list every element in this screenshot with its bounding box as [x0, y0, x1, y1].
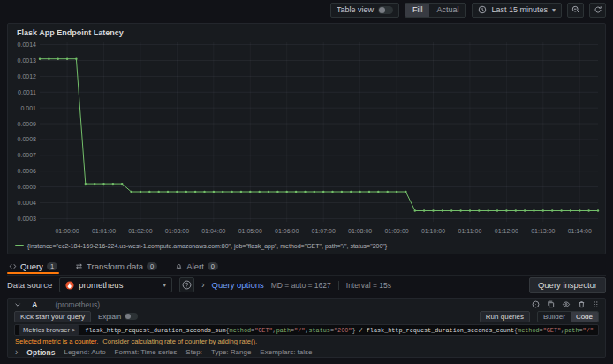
fill-button[interactable]: Fill	[405, 4, 430, 17]
query-editor-card: A (prometheus) Kick start your query Exp…	[7, 298, 606, 358]
tab-alert-label: Alert	[186, 262, 204, 271]
data-point	[57, 58, 59, 60]
actual-button[interactable]: Actual	[429, 4, 465, 17]
explain-label: Explain	[98, 313, 121, 321]
query-inspector-button[interactable]: Query inspector	[529, 277, 606, 293]
data-point	[488, 209, 489, 211]
fill-actual-group: Fill Actual	[405, 3, 467, 18]
chevron-right-icon[interactable]: ›	[201, 280, 204, 290]
tab-transform-data[interactable]: Transform data 0	[73, 258, 159, 274]
timeseries-panel[interactable]: Flask App Endpoint Latency 0.00140.00130…	[7, 23, 606, 254]
eye-icon[interactable]	[562, 300, 571, 308]
data-point	[140, 191, 141, 193]
time-range-picker[interactable]: Last 15 minutes ▾	[472, 3, 562, 18]
copy-icon[interactable]	[547, 300, 555, 308]
datasource-help-button[interactable]	[179, 277, 194, 292]
code-token: /	[355, 327, 366, 334]
data-point	[387, 191, 389, 193]
zoom-out-button[interactable]	[567, 3, 584, 18]
kick-start-query-button[interactable]: Kick start your query	[14, 311, 91, 322]
data-point	[414, 209, 416, 211]
data-point	[121, 183, 123, 185]
divider	[338, 281, 339, 290]
data-point	[331, 191, 333, 193]
code-token: ,	[594, 327, 594, 334]
y-axis-label: 0.0007	[18, 152, 37, 158]
chevron-right-icon[interactable]: ›	[15, 347, 18, 357]
query-options-footer[interactable]: › Options Legend: Auto Format: Time seri…	[8, 345, 605, 357]
clock-icon	[478, 5, 487, 14]
tab-transform-count: 0	[147, 262, 157, 270]
query-row-actions	[532, 300, 599, 308]
data-point	[276, 191, 278, 193]
tab-query[interactable]: Query 1	[7, 258, 59, 274]
data-point	[185, 191, 187, 193]
options-label: Options	[26, 348, 55, 357]
data-point	[570, 209, 571, 211]
data-point	[579, 209, 580, 211]
warning-rate-link[interactable]: Consider calculating rate of counter by …	[102, 337, 257, 345]
datasource-select[interactable]: prometheus ▾	[59, 277, 172, 292]
drag-handle-icon[interactable]	[593, 300, 599, 308]
refresh-button[interactable]	[589, 3, 606, 18]
interval-summary: Interval = 15s	[346, 281, 391, 290]
data-point	[85, 183, 87, 185]
table-view-switch[interactable]	[378, 6, 393, 14]
data-point	[459, 209, 461, 211]
timeseries-chart: 0.00140.00130.00120.00110.0010.00090.000…	[10, 38, 605, 238]
code-token: path	[276, 327, 291, 334]
chevron-down-icon[interactable]	[14, 301, 21, 308]
x-axis-label: 01:06:00	[275, 228, 299, 234]
y-axis-label: 0.001	[20, 105, 36, 111]
y-axis-label: 0.0013	[18, 57, 37, 64]
code-button[interactable]: Code	[571, 312, 598, 322]
option-legend: Legend: Auto	[64, 348, 105, 356]
data-point	[66, 58, 68, 60]
chart-legend[interactable]: {instance="ec2-184-169-216-224.us-west-1…	[15, 241, 602, 250]
y-axis-label: 0.0004	[18, 200, 37, 206]
data-point	[295, 191, 297, 193]
data-point	[396, 191, 397, 193]
promql-editor[interactable]: Metrics browser > flask_http_request_dur…	[14, 324, 599, 336]
chart-area[interactable]: 0.00140.00130.00120.00110.0010.00090.000…	[10, 38, 605, 238]
panel-title: Flask App Endpoint Latency	[17, 28, 124, 37]
x-axis-label: 01:08:00	[348, 228, 372, 234]
data-point	[102, 183, 104, 185]
legend-series-label[interactable]: {instance="ec2-184-169-216-224.us-west-1…	[27, 243, 387, 249]
data-point	[39, 58, 41, 60]
help-circle-icon[interactable]	[532, 300, 540, 308]
data-point	[405, 191, 406, 193]
x-axis-label: 01:13:00	[531, 228, 555, 234]
metrics-browser-toggle[interactable]: Metrics browser >	[19, 325, 79, 335]
run-queries-button[interactable]: Run queries	[480, 311, 530, 322]
option-exemplars: Exemplars: false	[260, 348, 312, 356]
data-point	[213, 191, 215, 193]
explain-toggle[interactable]: Explain	[98, 313, 138, 321]
data-point	[432, 209, 434, 211]
promql-query-input[interactable]: flask_http_request_duration_seconds_sum{…	[85, 327, 594, 334]
y-axis-label: 0.0006	[18, 168, 37, 174]
data-point	[94, 183, 95, 185]
query-row-header[interactable]: A (prometheus)	[8, 299, 605, 310]
y-axis-label: 0.0005	[18, 184, 37, 190]
query-toolbar: Kick start your query Explain Run querie…	[8, 310, 605, 323]
data-point	[450, 209, 452, 211]
data-point	[469, 209, 471, 211]
counter-warning: Selected metric is a counter. Consider c…	[8, 336, 605, 345]
data-point	[158, 191, 160, 193]
x-axis-label: 01:00:00	[55, 228, 79, 234]
code-token: "GET"	[543, 327, 561, 334]
query-options-toggle[interactable]: Query options	[212, 280, 264, 290]
data-point	[478, 209, 480, 211]
y-axis-label: 0.0014	[18, 42, 37, 48]
option-format: Format: Time series	[115, 348, 178, 356]
table-view-toggle[interactable]: Table view	[330, 3, 399, 18]
builder-button[interactable]: Builder	[538, 312, 571, 322]
trash-icon[interactable]	[578, 300, 586, 308]
explain-switch[interactable]	[125, 313, 138, 320]
data-point	[496, 209, 498, 211]
data-point	[542, 209, 544, 211]
query-options-summary: MD = auto = 1627	[271, 281, 331, 290]
code-token: status	[308, 327, 329, 334]
tab-alert[interactable]: Alert 0	[173, 258, 220, 274]
